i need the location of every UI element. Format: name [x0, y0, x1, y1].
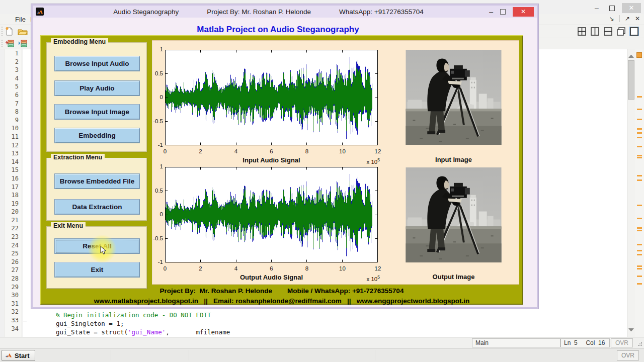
scroll-up-icon[interactable] [628, 52, 634, 58]
input-waveform-canvas [165, 50, 378, 145]
line-number: 20 [5, 208, 19, 216]
dialog-maximize-button[interactable] [500, 9, 506, 15]
divider [619, 15, 620, 22]
analyzer-warning-mark[interactable] [637, 146, 642, 147]
close-panel-icon[interactable]: ✕ [635, 15, 640, 22]
x-tick-label: 4 [228, 148, 244, 154]
analyzer-warning-mark[interactable] [637, 230, 642, 231]
editor-scrollbar[interactable] [627, 49, 635, 337]
cell-insert-icon[interactable] [5, 39, 14, 50]
line-number: 34 [5, 325, 19, 333]
analyzer-warning-mark[interactable] [637, 276, 642, 277]
dialog-minimize-button[interactable]: – [489, 8, 493, 16]
dialog-close-button[interactable]: ✕ [513, 7, 534, 17]
embedding-menu-panel: Embedding MenuBrowse Input AudioPlay Aud… [46, 42, 147, 152]
analyzer-warning-mark[interactable] [637, 109, 642, 110]
analyzer-status-icon[interactable] [636, 52, 642, 58]
analyzer-warning-mark[interactable] [637, 254, 642, 255]
line-number: 33 [5, 316, 19, 325]
analyzer-warning-mark[interactable] [637, 218, 642, 219]
layout-rows-icon[interactable] [603, 27, 613, 36]
exit-button[interactable]: Exit [54, 262, 140, 278]
browse-input-audio-button[interactable]: Browse Input Audio [54, 56, 140, 71]
line-number: 5 [5, 82, 19, 91]
line-number: 31 [5, 300, 19, 308]
scroll-down-icon[interactable] [628, 328, 634, 334]
output-image [406, 167, 502, 262]
line-number: 24 [5, 241, 19, 250]
analyzer-warning-mark[interactable] [637, 96, 642, 98]
y-tick-label: 1 [146, 46, 163, 52]
code-line: gui_State = struct('gui_Name', mfilename [56, 328, 549, 336]
footer-links-line: www.matlabsproject.blogspot.in || Email:… [41, 297, 522, 305]
cell-run-icon[interactable] [18, 39, 27, 50]
page-title: Matlab Project on Audio Steganography [33, 25, 523, 35]
dialog-title-whatsapp: WhatsApp: +917276355704 [339, 8, 424, 16]
analyzer-warning-mark[interactable] [637, 179, 642, 181]
analyzer-warning-mark[interactable] [637, 119, 642, 120]
layout-grid-icon[interactable] [577, 27, 587, 36]
analyzer-warning-mark[interactable] [637, 175, 642, 176]
window-maximize-button[interactable] [609, 6, 615, 11]
analyzer-warning-mark[interactable] [637, 265, 642, 267]
toolbar-grip[interactable] [2, 27, 3, 36]
data-extraction-button[interactable]: Data Extraction [54, 199, 140, 215]
analyzer-warning-mark[interactable] [637, 268, 642, 269]
y-tick-label: -0.5 [146, 235, 163, 241]
start-button[interactable]: Start [2, 350, 35, 361]
line-number: 32 [5, 308, 19, 316]
x-tick-label: 10 [335, 148, 350, 154]
resize-grip-icon[interactable] [637, 341, 642, 346]
taskbar-ovr: OVR [617, 350, 639, 360]
line-number: 19 [5, 200, 19, 208]
y-tick-label: 0 [146, 211, 163, 217]
exit-menu-label: Exit Menu [51, 222, 86, 229]
window-close-button[interactable]: ✕ [622, 3, 641, 13]
toolbar-grip[interactable] [2, 40, 3, 47]
browse-embedded-file-button[interactable]: Browse Embedded File [54, 173, 140, 189]
matlab-logo-icon [5, 352, 12, 359]
line-number: 23 [5, 233, 19, 241]
reset-all-button[interactable]: Reset All [54, 238, 140, 254]
window-minimize-button[interactable]: – [591, 4, 602, 12]
analyzer-warning-mark[interactable] [637, 132, 642, 134]
analyzer-warning-mark[interactable] [637, 250, 642, 251]
line-number-gutter: 1234567891011121314151617181920212223242… [4, 49, 22, 337]
x-tick-label: 12 [370, 148, 385, 154]
x-tick-label: 4 [228, 265, 244, 272]
dock-down-icon[interactable]: ↘ [609, 15, 614, 22]
embedding-button[interactable]: Embedding [54, 128, 140, 143]
x-tick-label: 8 [299, 148, 314, 154]
analyzer-warning-mark[interactable] [637, 244, 642, 245]
menu-file[interactable]: File [15, 16, 26, 23]
analyzer-warning-mark[interactable] [637, 205, 642, 206]
analyzer-warning-mark[interactable] [637, 283, 642, 285]
layout-single-icon[interactable] [629, 27, 639, 36]
line-number: 29 [5, 283, 19, 292]
code-analyzer-strip[interactable] [635, 49, 644, 337]
undock-icon[interactable]: ↗ [625, 15, 630, 22]
editor-status-bar: Main Ln 5 Col 16 OVR [0, 337, 644, 348]
new-file-icon[interactable] [5, 27, 14, 38]
scrollbar-thumb[interactable] [628, 60, 634, 100]
analyzer-warning-mark[interactable] [637, 137, 642, 138]
x-tick-label: 8 [299, 265, 314, 272]
line-number: 7 [5, 100, 19, 108]
layout-cascade-icon[interactable] [616, 27, 626, 36]
analyzer-warning-mark[interactable] [637, 155, 642, 156]
analyzer-warning-mark[interactable] [637, 128, 642, 130]
line-number: 13 [5, 149, 19, 158]
analyzer-warning-mark[interactable] [637, 227, 642, 229]
plot-title: Input Audio Signal [165, 156, 378, 164]
analyzer-warning-mark[interactable] [637, 157, 642, 158]
line-number: 25 [5, 249, 19, 258]
open-file-icon[interactable] [18, 27, 28, 38]
dialog-titlebar[interactable]: Audio Steganography Project By: Mr. Rosh… [33, 6, 537, 18]
line-number: 26 [5, 258, 19, 266]
line-number: 27 [5, 266, 19, 275]
layout-columns-icon[interactable] [590, 27, 600, 36]
browse-input-image-button[interactable]: Browse Input Image [54, 104, 140, 120]
line-number: 11 [5, 133, 19, 141]
x-tick-label: 2 [193, 148, 208, 154]
play-audio-button[interactable]: Play Audio [54, 80, 140, 96]
